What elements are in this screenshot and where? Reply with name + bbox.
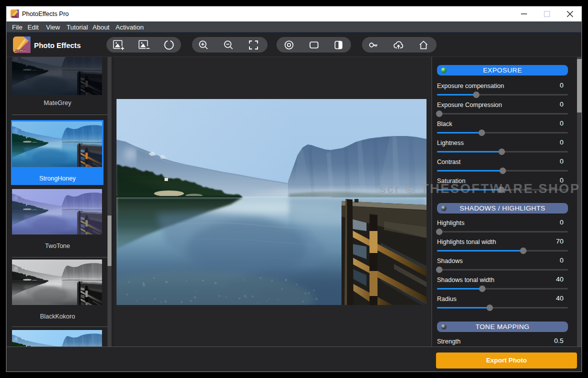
svg-text:Photo Effects: Photo Effects	[14, 50, 26, 52]
